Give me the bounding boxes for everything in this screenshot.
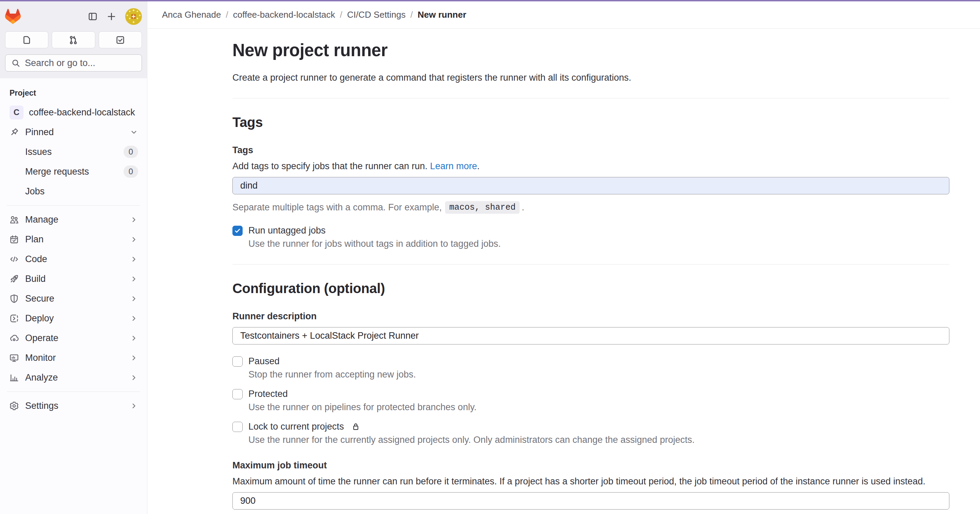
breadcrumb: Anca Ghenade / coffee-backend-localstack… — [148, 2, 980, 29]
check-icon — [234, 423, 241, 431]
settings-label: Settings — [25, 401, 59, 411]
breadcrumb-cicd-settings[interactable]: CI/CD Settings — [347, 10, 406, 20]
sidebar-user-bar: Search or go to... — [0, 2, 147, 78]
shortcut-issues-button[interactable] — [5, 31, 48, 48]
breadcrumb-project[interactable]: coffee-backend-localstack — [233, 10, 335, 20]
lock-projects-group: Lock to current projects Use the runner … — [232, 422, 950, 445]
runner-description-input[interactable] — [232, 327, 950, 344]
chevron-right-icon — [130, 255, 138, 263]
avatar-identicon — [125, 8, 142, 25]
shield-icon — [9, 294, 19, 304]
calendar-icon — [9, 234, 19, 244]
sidebar: Search or go to... Project C coffee-back… — [0, 2, 147, 514]
build-label: Build — [25, 274, 46, 284]
run-untagged-description: Use the runner for jobs without tags in … — [248, 239, 950, 249]
todo-check-icon — [115, 35, 125, 45]
top-accent-bar — [0, 0, 980, 2]
issues-icon — [22, 35, 32, 45]
sidebar-item-plan[interactable]: Plan — [3, 229, 144, 249]
sidebar-item-analyze[interactable]: Analyze — [3, 368, 144, 387]
chevron-right-icon — [130, 402, 138, 410]
merge-requests-count-badge: 0 — [124, 165, 138, 178]
gear-icon — [9, 401, 19, 411]
monitor-icon — [9, 353, 19, 363]
lock-projects-label: Lock to current projects — [248, 422, 344, 432]
lock-projects-checkbox[interactable] — [232, 422, 243, 432]
tags-input[interactable] — [232, 177, 950, 194]
chevron-right-icon — [130, 275, 138, 283]
project-name: coffee-backend-localstack — [29, 107, 135, 118]
sidebar-item-project[interactable]: C coffee-backend-localstack — [3, 102, 144, 122]
pinned-label: Pinned — [25, 127, 54, 137]
chevron-right-icon — [130, 215, 138, 224]
create-new-button[interactable] — [105, 10, 118, 24]
search-icon — [11, 59, 21, 68]
nav-divider — [7, 391, 140, 392]
monitor-label: Monitor — [25, 353, 56, 363]
sidebar-item-build[interactable]: Build — [3, 269, 144, 289]
sidebar-item-manage[interactable]: Manage — [3, 210, 144, 229]
user-avatar[interactable] — [125, 8, 142, 25]
analyze-label: Analyze — [25, 372, 58, 383]
chevron-right-icon — [130, 314, 138, 323]
plan-label: Plan — [25, 234, 43, 245]
breadcrumb-current: New runner — [417, 10, 466, 20]
tags-field-label: Tags — [232, 145, 950, 156]
shortcut-todos-button[interactable] — [99, 31, 142, 48]
sidebar-item-secure[interactable]: Secure — [3, 289, 144, 309]
sidebar-item-pinned[interactable]: Pinned — [3, 122, 144, 142]
run-untagged-group: Run untagged jobs Use the runner for job… — [232, 225, 950, 249]
sidebar-toggle-button[interactable] — [86, 10, 100, 24]
chevron-right-icon — [130, 334, 138, 342]
chevron-right-icon — [130, 354, 138, 362]
runner-description-label: Runner description — [232, 311, 950, 321]
lock-icon — [351, 422, 360, 431]
breadcrumb-separator: / — [340, 10, 342, 20]
merge-requests-label: Merge requests — [25, 167, 89, 177]
run-untagged-row: Run untagged jobs — [232, 225, 950, 236]
project-avatar: C — [10, 105, 24, 119]
sidebar-item-deploy[interactable]: Deploy — [3, 309, 144, 328]
tags-hint-code: macos, shared — [445, 201, 520, 214]
breadcrumb-user[interactable]: Anca Ghenade — [162, 10, 221, 20]
check-icon — [234, 358, 241, 365]
breadcrumb-separator: / — [226, 10, 228, 20]
protected-group: Protected Use the runner on pipelines fo… — [232, 389, 950, 412]
run-untagged-checkbox[interactable] — [232, 226, 243, 236]
tags-field-help: Add tags to specify jobs that the runner… — [232, 161, 950, 172]
cloud-pod-icon — [9, 333, 19, 343]
sidebar-nav: Project C coffee-backend-localstack Pinn… — [0, 78, 147, 422]
sidebar-item-issues[interactable]: Issues 0 — [3, 142, 144, 162]
timeout-label: Maximum job timeout — [232, 460, 950, 471]
sidebar-item-operate[interactable]: Operate — [3, 328, 144, 348]
protected-label: Protected — [248, 389, 288, 399]
tags-hint-period: . — [522, 202, 524, 213]
pin-icon — [9, 127, 19, 137]
check-icon — [234, 390, 241, 398]
sidebar-item-settings[interactable]: Settings — [3, 396, 144, 415]
gitlab-logo[interactable] — [5, 9, 21, 24]
shortcut-merge-requests-button[interactable] — [52, 31, 95, 48]
sidebar-item-code[interactable]: Code — [3, 249, 144, 269]
learn-more-link[interactable]: Learn more — [430, 161, 477, 171]
chevron-right-icon — [130, 235, 138, 244]
timeout-input[interactable] — [232, 492, 950, 509]
check-icon — [234, 227, 241, 234]
section-divider — [232, 98, 950, 99]
deploy-label: Deploy — [25, 313, 54, 324]
chevron-right-icon — [130, 294, 138, 303]
paused-checkbox[interactable] — [232, 356, 243, 367]
sidebar-item-jobs[interactable]: Jobs — [3, 181, 144, 201]
sidebar-item-merge-requests[interactable]: Merge requests 0 — [3, 162, 144, 181]
protected-row: Protected — [232, 389, 950, 399]
search-input[interactable]: Search or go to... — [5, 54, 142, 72]
sidebar-item-monitor[interactable]: Monitor — [3, 348, 144, 368]
lock-projects-row: Lock to current projects — [232, 422, 950, 432]
protected-checkbox[interactable] — [232, 389, 243, 399]
chevron-right-icon — [130, 373, 138, 382]
sidebar-shortcuts — [5, 31, 142, 48]
tags-hint-text: Separate multiple tags with a comma. For… — [232, 202, 442, 213]
paused-row: Paused — [232, 356, 950, 367]
manage-label: Manage — [25, 215, 59, 225]
sidebar-toggle-icon — [88, 11, 98, 21]
